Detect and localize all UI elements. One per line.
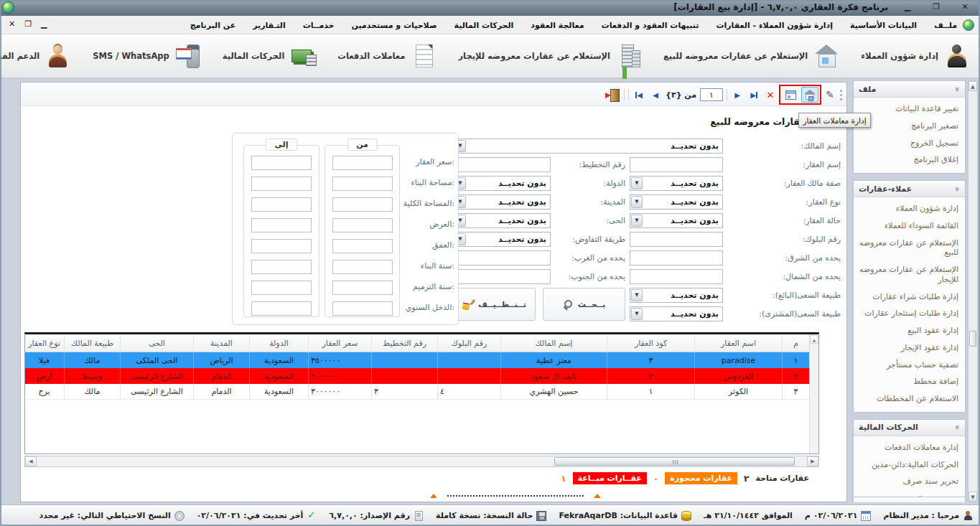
sidebar-item[interactable]: الحركات المالية:دائن-مدين (854, 456, 965, 474)
last-record-button[interactable]: ▶ (747, 87, 760, 103)
filter-combo[interactable]: بدون تحديــد▼ (630, 306, 723, 321)
range-input-from[interactable] (332, 239, 393, 253)
filter-input[interactable] (630, 232, 723, 247)
dropdown-arrow-icon[interactable]: ▼ (631, 215, 643, 227)
minimize-button[interactable]: ▁ (898, 1, 917, 12)
exit-door-icon[interactable] (605, 88, 620, 102)
menu-item-4[interactable]: تنبيهات العقود و الدفعات (602, 21, 699, 30)
range-input-to[interactable] (251, 197, 312, 212)
sidebar-scrollbar[interactable]: ▲ ▼ (968, 80, 978, 502)
scroll-up-arrow-icon[interactable]: ▲ (810, 335, 818, 344)
range-input-to[interactable] (251, 281, 312, 295)
range-input-from[interactable] (332, 177, 393, 191)
record-number-input[interactable]: ١ (700, 88, 723, 101)
sidebar-item[interactable]: القائمة السوداء للعملاء (854, 217, 965, 235)
grid-horizontal-scrollbar[interactable]: ◀ ▶ (24, 456, 819, 467)
edit-pencil-icon[interactable]: ✎ (823, 87, 836, 103)
menu-item-6[interactable]: الحركات المالية (454, 21, 514, 30)
sidebar-item[interactable]: الإستعلام عن عقارات معروضه للإيجار (854, 261, 965, 288)
sidebar-item[interactable]: تسجيل الخروج (854, 135, 965, 152)
scrollbar-thumb[interactable] (554, 457, 795, 466)
sidebar-item[interactable]: تصفية حساب مستأجر (854, 357, 965, 374)
scroll-right-arrow-icon[interactable]: ▶ (807, 456, 818, 466)
sidebar-group-header[interactable]: عملاء-عقارات« (854, 181, 965, 197)
column-header[interactable]: نوع العقار (25, 334, 64, 352)
menu-item-7[interactable]: صلاحيات و مستخدمين (351, 21, 437, 30)
table-row[interactable]: ٣الكوثر١حسين الهشري٤٣٣٠٠٠٠٠٠السعوديةالدم… (25, 384, 809, 400)
range-input-to[interactable] (251, 239, 312, 253)
filter-combo[interactable]: بدون تحديــد▼ (630, 288, 723, 303)
property-transactions-button[interactable] (801, 87, 818, 103)
column-header[interactable]: رقم التخطيط (371, 334, 437, 352)
filter-input[interactable] (630, 250, 723, 266)
column-header[interactable]: الدولة (249, 334, 308, 352)
range-input-to[interactable] (251, 156, 312, 170)
filter-combo[interactable]: بدون تحديــد▼ (453, 232, 551, 247)
menu-item-1[interactable]: ملــف (934, 21, 957, 30)
filter-input[interactable] (453, 269, 551, 284)
clean-button[interactable]: تــنــظــيــف (453, 288, 536, 321)
column-header[interactable]: سعر العقار (308, 334, 371, 352)
filter-input[interactable] (630, 269, 723, 284)
column-header[interactable]: الحى (120, 334, 193, 352)
delete-record-button[interactable]: ✕ (764, 87, 777, 103)
mdi-close-button[interactable]: ✕ (9, 19, 15, 29)
menu-item-10[interactable]: عن البرنامج (190, 21, 235, 30)
range-input-from[interactable] (332, 218, 393, 233)
range-input-from[interactable] (332, 260, 393, 274)
sidebar-item[interactable]: إضافة مخطط (854, 373, 965, 390)
table-row[interactable]: ٢الفردوس٢نايف ال سعود٢٠٠٠٠٠٠السعوديةالدم… (25, 368, 809, 384)
sidebar-item[interactable]: إدارة طلبات شراء عقارات (854, 288, 965, 306)
toolbar-item-support-agent[interactable]: الدعم الفني (0, 43, 71, 69)
sidebar-item[interactable]: الاستعلام عن المخططات (854, 390, 965, 408)
sidebar-group-header[interactable]: الحركات المالية« (854, 420, 965, 436)
scroll-left-arrow-icon[interactable]: ◀ (25, 456, 37, 466)
menu-item-2[interactable]: البيانات الأساسية (850, 21, 917, 30)
scrollbar-thumb[interactable] (969, 331, 976, 347)
range-input-to[interactable] (251, 218, 312, 233)
toolbar-item-payments-doc[interactable]: معاملات الدفعات (337, 43, 437, 69)
property-form-button[interactable] (782, 87, 799, 103)
sidebar-group-header[interactable]: ملف« (854, 81, 965, 98)
menu-item-8[interactable]: خدمــات (303, 21, 335, 30)
range-input-from[interactable] (332, 301, 393, 316)
toolbar-item-building[interactable]: الإستعلام عن عقارات معروضه للإيجار (458, 43, 642, 69)
sidebar-item[interactable]: إغلاق البرنامج (854, 151, 965, 169)
filter-combo[interactable]: بدون تحديــد▼ (630, 176, 723, 191)
dropdown-arrow-icon[interactable]: ▼ (631, 177, 643, 189)
menu-item-5[interactable]: معالجة العقود (531, 21, 584, 30)
previous-record-button[interactable]: ◀ (649, 87, 662, 103)
filter-combo[interactable]: بدون تحديــد▼ (630, 213, 723, 228)
range-input-from[interactable] (332, 281, 393, 295)
range-input-from[interactable] (332, 197, 393, 212)
toolbar-item-customer-person[interactable]: إدارة شؤون العملاء (861, 43, 970, 69)
menu-item-9[interactable]: التـقارير (253, 21, 286, 30)
search-button[interactable]: بــحــث (543, 288, 625, 321)
restore-button[interactable]: ❐ (927, 1, 946, 12)
dropdown-arrow-icon[interactable]: ▼ (631, 289, 643, 301)
dropdown-arrow-icon[interactable]: ▼ (631, 308, 643, 320)
filter-input[interactable] (453, 250, 551, 266)
range-input-to[interactable] (251, 260, 312, 274)
dropdown-arrow-icon[interactable]: ▼ (631, 196, 643, 208)
filter-input[interactable] (630, 157, 723, 172)
next-record-button[interactable]: ▶ (731, 87, 744, 103)
range-input-from[interactable] (332, 156, 393, 170)
sidebar-item[interactable]: إدارة طلبات إستئجار عقارات (854, 305, 965, 322)
sidebar-item[interactable]: إدارة معاملات الدفعات (854, 439, 965, 456)
column-header[interactable]: كود العقار (607, 334, 694, 352)
column-header[interactable]: اسم العقار (694, 334, 782, 352)
toolbar-item-phone-sms[interactable]: SMS / WhatsApp (93, 43, 201, 69)
mdi-restore-button[interactable]: ❐ (24, 19, 32, 29)
column-header[interactable]: إسم المالك (500, 334, 607, 352)
sidebar-item[interactable]: تحرير سند صرف (854, 473, 965, 490)
toolbar-item-house[interactable]: الإستعلام عن عقارات معروضه للبيع (663, 43, 839, 69)
filter-combo[interactable]: بدون تحديــد▼ (453, 176, 551, 191)
range-input-to[interactable] (251, 177, 312, 191)
filter-combo[interactable]: بدون تحديــد▼ (630, 194, 723, 210)
column-header[interactable]: طبيعة المالك (64, 334, 120, 352)
filter-combo[interactable]: بدون تحديــد▼ (453, 138, 723, 154)
filter-combo[interactable]: بدون تحديــد▼ (453, 194, 551, 210)
sidebar-item[interactable]: إدارة عقود البيع (854, 322, 965, 339)
table-row[interactable]: ١paradise٣معتز عطية٣٥٠٠٠٠٠السعوديةالرياض… (25, 352, 809, 368)
